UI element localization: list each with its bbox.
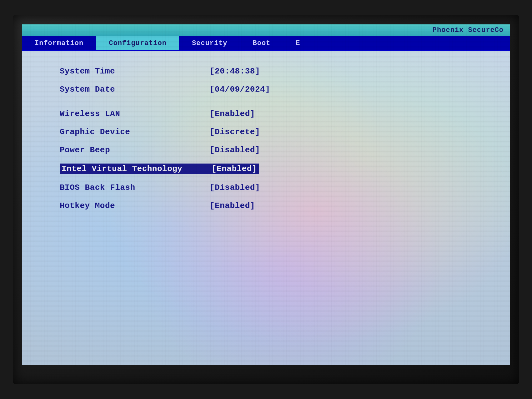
setting-label-system-date: System Date (60, 85, 210, 94)
screen: Phoenix SecureCo Information Configurati… (22, 24, 510, 365)
setting-value-intel-vt: [Enabled] (210, 164, 259, 174)
setting-value-bios-back-flash: [Disabled] (210, 183, 260, 192)
spacer-1 (60, 103, 472, 109)
main-content: System Time [20:48:38] System Date [04/0… (22, 51, 510, 365)
setting-row-graphic-device[interactable]: Graphic Device [Discrete] (60, 127, 472, 137)
tab-exit[interactable]: E (283, 36, 313, 50)
setting-value-system-time: [20:48:38] (210, 67, 260, 76)
settings-table: System Time [20:48:38] System Date [04/0… (60, 67, 472, 210)
brand-text: Phoenix SecureCo (433, 26, 504, 34)
setting-row-wireless-lan[interactable]: Wireless LAN [Enabled] (60, 109, 472, 119)
setting-value-wireless-lan: [Enabled] (210, 109, 255, 119)
brand-bar: Phoenix SecureCo (22, 24, 510, 36)
setting-row-hotkey-mode[interactable]: Hotkey Mode [Enabled] (60, 201, 472, 210)
monitor-bezel: Phoenix SecureCo Information Configurati… (13, 15, 519, 384)
setting-row-intel-vt[interactable]: Intel Virtual Technology [Enabled] (60, 164, 472, 174)
setting-label-power-beep: Power Beep (60, 145, 210, 155)
setting-row-power-beep[interactable]: Power Beep [Disabled] (60, 145, 472, 155)
tab-security[interactable]: Security (179, 36, 240, 50)
setting-row-system-time[interactable]: System Time [20:48:38] (60, 67, 472, 76)
setting-value-power-beep: [Disabled] (210, 145, 260, 155)
setting-label-system-time: System Time (60, 67, 210, 76)
setting-label-intel-vt: Intel Virtual Technology (60, 164, 210, 174)
setting-label-wireless-lan: Wireless LAN (60, 109, 210, 119)
bios-content: Phoenix SecureCo Information Configurati… (22, 24, 510, 365)
setting-value-system-date: [04/09/2024] (210, 85, 270, 94)
tab-boot[interactable]: Boot (240, 36, 284, 50)
setting-value-graphic-device: [Discrete] (210, 127, 260, 137)
setting-label-bios-back-flash: BIOS Back Flash (60, 183, 210, 192)
setting-value-hotkey-mode: [Enabled] (210, 201, 255, 210)
tab-information[interactable]: Information (22, 36, 96, 50)
nav-bar: Information Configuration Security Boot … (22, 36, 510, 51)
setting-label-hotkey-mode: Hotkey Mode (60, 201, 210, 210)
setting-row-system-date[interactable]: System Date [04/09/2024] (60, 85, 472, 94)
setting-label-graphic-device: Graphic Device (60, 127, 210, 137)
setting-row-bios-back-flash[interactable]: BIOS Back Flash [Disabled] (60, 183, 472, 192)
tab-configuration[interactable]: Configuration (96, 36, 179, 50)
